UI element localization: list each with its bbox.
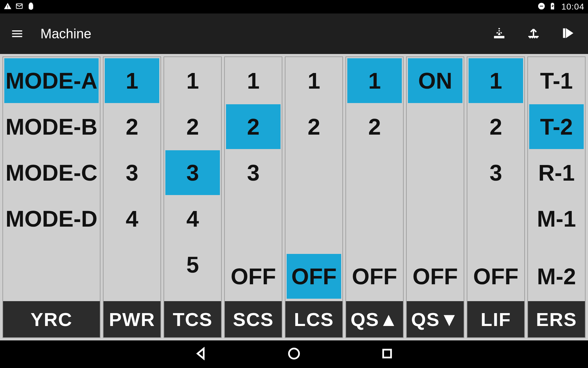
spacer [3,271,100,300]
menu-button[interactable] [9,25,26,42]
column-pwr: 1234PWR [103,56,161,338]
column-qs: ONOFFQS▼ [406,56,464,338]
spacer [225,225,282,254]
svg-rect-2 [563,29,565,37]
option-scs-off[interactable]: OFF [226,254,281,299]
option-ers-t1[interactable]: T-1 [529,58,584,103]
warning-icon [4,2,12,11]
option-yrc-modea[interactable]: MODE-A [4,58,99,103]
spacer [407,142,464,179]
column-label-ers[interactable]: ERS [528,301,585,337]
column-label-tcs[interactable]: TCS [164,301,221,337]
spacer [407,179,464,217]
column-yrc: MODE-AMODE-BMODE-CMODE-DYRC [2,56,100,338]
option-ers-r1[interactable]: R-1 [529,150,584,195]
option-lcs-2[interactable]: 2 [287,104,341,149]
svg-point-3 [289,349,299,359]
option-tcs-2[interactable]: 2 [165,104,220,149]
column-qs: 12OFFQS▲ [345,56,404,338]
option-ers-m2[interactable]: M-2 [529,254,584,299]
android-icon [27,2,35,11]
column-ers: T-1T-2R-1M-1M-2ERS [527,56,586,338]
option-pwr-1[interactable]: 1 [105,58,159,103]
column-label-qs[interactable]: QS▲ [346,301,403,337]
column-label-pwr[interactable]: PWR [104,301,160,337]
navigation-bar [0,340,588,368]
spacer [346,219,403,254]
option-yrc-modeb[interactable]: MODE-B [4,104,99,149]
option-ers-t2[interactable]: T-2 [529,104,584,149]
column-scs: 123OFFSCS [224,56,282,338]
upload-button[interactable] [527,26,540,41]
column-label-yrc[interactable]: YRC [3,301,100,337]
option-qs-on[interactable]: ON [408,58,462,103]
option-qs-off[interactable]: OFF [408,254,462,299]
column-tcs: 12345TCS [164,56,222,338]
option-lif-2[interactable]: 2 [469,104,523,149]
clock: 10:04 [561,2,584,12]
spacer [407,104,464,142]
option-qs-off[interactable]: OFF [347,254,402,299]
option-yrc-modec[interactable]: MODE-C [4,150,99,195]
column-lif: 123OFFLIF [467,56,525,338]
column-lcs: 12OFFLCS [285,56,343,338]
spacer [104,271,160,300]
option-lif-1[interactable]: 1 [469,58,523,103]
spacer [467,196,524,225]
column-label-lif[interactable]: LIF [467,301,524,337]
settings-grid: MODE-AMODE-BMODE-CMODE-DYRC1234PWR12345T… [0,54,588,340]
spacer [285,219,342,254]
option-tcs-1[interactable]: 1 [165,58,220,103]
play-button[interactable] [561,26,575,41]
option-yrc-moded[interactable]: MODE-D [4,196,99,241]
spacer [164,288,221,300]
back-button[interactable] [194,347,208,362]
option-pwr-4[interactable]: 4 [105,196,159,241]
option-lif-3[interactable]: 3 [469,150,523,195]
option-qs-1[interactable]: 1 [347,58,402,103]
spacer [467,225,524,254]
spacer [225,196,282,225]
app-bar: Machine [0,13,588,54]
option-scs-3[interactable]: 3 [226,150,281,195]
page-title: Machine [40,26,91,41]
column-label-qs[interactable]: QS▼ [407,301,464,337]
option-lcs-1[interactable]: 1 [287,58,341,103]
mail-icon [15,2,23,11]
svg-rect-4 [383,350,391,358]
download-button[interactable] [492,26,506,41]
option-pwr-3[interactable]: 3 [105,150,159,195]
dnd-icon [537,2,545,11]
option-scs-1[interactable]: 1 [226,58,281,103]
spacer [407,217,464,254]
option-tcs-3[interactable]: 3 [165,150,220,195]
option-lcs-off[interactable]: OFF [287,254,341,299]
option-lif-off[interactable]: OFF [469,254,523,299]
recents-button[interactable] [380,347,394,362]
spacer [346,185,403,220]
home-button[interactable] [287,347,301,362]
spacer [3,242,100,271]
option-pwr-2[interactable]: 2 [105,104,159,149]
option-tcs-5[interactable]: 5 [165,242,220,287]
spacer [285,150,342,185]
option-tcs-4[interactable]: 4 [165,196,220,241]
spacer [346,150,403,185]
column-label-lcs[interactable]: LCS [285,301,342,337]
spacer [285,185,342,220]
status-bar: 10:04 [0,0,588,13]
option-scs-2[interactable]: 2 [226,104,281,149]
option-qs-2[interactable]: 2 [347,104,402,149]
battery-charging-icon [548,2,556,11]
spacer [528,242,585,254]
spacer [104,242,160,271]
option-ers-m1[interactable]: M-1 [529,196,584,241]
svg-rect-1 [540,6,543,6]
column-label-scs[interactable]: SCS [225,301,282,337]
